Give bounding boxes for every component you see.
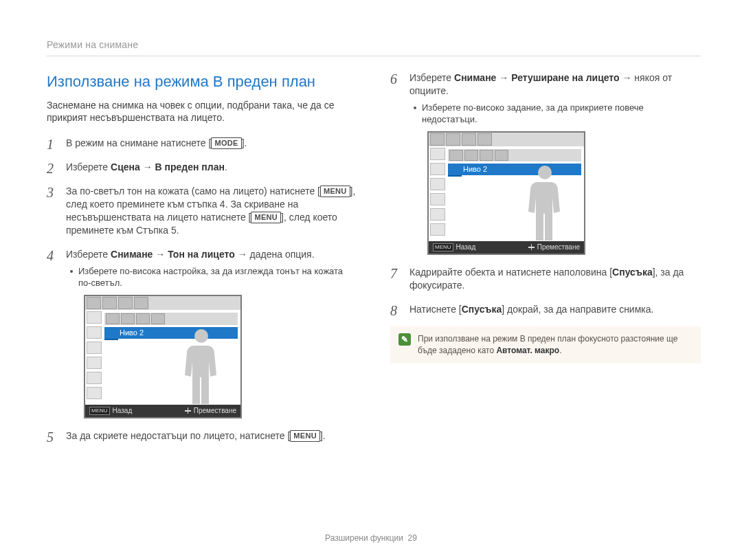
step-text: → дадена опция. bbox=[235, 249, 315, 260]
option-chip bbox=[495, 150, 508, 161]
sub-bullet: Изберете по-висока настройка, за да изгл… bbox=[69, 265, 357, 289]
menu-key-icon: MENU bbox=[433, 243, 453, 251]
dpad-icon bbox=[528, 244, 535, 250]
step-number: 8 bbox=[390, 302, 397, 320]
step-text: Натиснете [ bbox=[409, 304, 462, 315]
side-icon bbox=[430, 193, 445, 205]
side-icon bbox=[430, 163, 445, 175]
step-number: 2 bbox=[47, 159, 54, 178]
steps-right: 6 Изберете Снимане → Ретуширане на лицет… bbox=[390, 71, 701, 316]
emph: Ретуширане на лицето bbox=[511, 72, 619, 83]
step-text: Изберете bbox=[409, 72, 454, 83]
step-text: ] докрай, за да направите снимка. bbox=[502, 304, 653, 315]
emph: Снимане bbox=[454, 72, 496, 83]
lcd-topbar bbox=[429, 133, 584, 146]
step-text: Изберете bbox=[66, 249, 111, 260]
side-icon bbox=[430, 223, 445, 236]
step-text: Кадрирайте обекта и натиснете наполовина… bbox=[409, 267, 612, 278]
right-column: 6 Изберете Снимане → Ретуширане на лицет… bbox=[390, 71, 701, 453]
section-header: Режими на снимане bbox=[47, 38, 701, 56]
emph: Спусъка bbox=[462, 304, 502, 315]
step-text: ]. bbox=[320, 430, 326, 441]
option-chip bbox=[480, 150, 493, 161]
step-text: ]. bbox=[242, 137, 247, 148]
tab-icon bbox=[134, 297, 148, 309]
emph: Автомат. макро bbox=[496, 346, 559, 355]
menu-button-label: MENU bbox=[290, 430, 320, 442]
note-text: . bbox=[559, 346, 561, 355]
tab-icon bbox=[87, 297, 101, 309]
emph: Снимане bbox=[111, 249, 153, 260]
emph: Спусъка bbox=[612, 267, 653, 278]
step-number: 4 bbox=[47, 247, 54, 265]
info-icon: ✎ bbox=[398, 333, 411, 346]
person-silhouette-icon bbox=[177, 324, 225, 406]
side-icon bbox=[430, 178, 445, 190]
info-note: ✎ При използване на режим В преден план … bbox=[390, 326, 701, 363]
side-icon bbox=[430, 208, 445, 221]
dpad-icon bbox=[185, 407, 191, 414]
option-chip bbox=[464, 150, 478, 161]
tab-icon bbox=[462, 133, 476, 146]
step-text: В режим на снимане натиснете [ bbox=[66, 137, 211, 148]
page-footer: Разширени функции 29 bbox=[0, 533, 742, 544]
left-column: Използване на режима В преден план Засне… bbox=[47, 71, 357, 453]
back-label: Назад bbox=[113, 406, 133, 416]
step-number: 7 bbox=[390, 265, 397, 283]
tab-icon bbox=[102, 297, 117, 309]
step-text: За да скриете недостатъци по лицето, нат… bbox=[66, 430, 290, 441]
step-text: Изберете bbox=[66, 161, 111, 172]
step-number: 3 bbox=[47, 183, 54, 202]
step-text: За по-светъл тон на кожата (само на лице… bbox=[66, 186, 320, 197]
option-chip bbox=[136, 313, 150, 324]
step-text: . bbox=[225, 161, 227, 172]
lcd-topbar bbox=[85, 296, 240, 310]
side-icon bbox=[87, 341, 102, 354]
emph: Сцена bbox=[111, 161, 140, 172]
tab-icon bbox=[118, 297, 133, 309]
footer-section: Разширени функции bbox=[325, 533, 403, 543]
emph: В преден план bbox=[155, 161, 225, 172]
emph: Тон на лицето bbox=[168, 249, 235, 260]
option-chip bbox=[151, 313, 165, 324]
move-label: Преместване bbox=[537, 243, 580, 252]
lcd-sidebar bbox=[430, 148, 445, 236]
arrow: → bbox=[153, 249, 168, 260]
lcd-sidebar bbox=[87, 311, 102, 399]
intro-text: Заснемане на снимка на човек с опции, по… bbox=[47, 99, 357, 125]
side-icon bbox=[430, 148, 445, 160]
camera-lcd-preview: Ниво 2 MENUНазад Преместване bbox=[427, 131, 585, 255]
mode-button-label: MODE bbox=[211, 137, 241, 149]
side-icon bbox=[87, 387, 102, 399]
tab-icon bbox=[477, 133, 492, 146]
side-icon bbox=[87, 311, 102, 324]
side-icon bbox=[87, 372, 102, 384]
menu-button-label: MENU bbox=[251, 212, 281, 223]
step-number: 1 bbox=[47, 135, 54, 154]
arrow: → bbox=[140, 161, 155, 172]
step-number: 5 bbox=[47, 428, 54, 447]
arrow: → bbox=[496, 72, 511, 83]
tab-icon bbox=[430, 133, 445, 146]
option-chip bbox=[449, 150, 463, 161]
lcd-bottombar: MENUНазад Преместване bbox=[429, 241, 584, 254]
step-number: 6 bbox=[390, 70, 397, 89]
option-chip bbox=[106, 313, 120, 324]
page-title: Използване на режима В преден план bbox=[47, 71, 357, 92]
sub-bullet: Изберете по-високо задание, за да прикри… bbox=[412, 102, 701, 126]
camera-lcd-preview: Ниво 2 MENUНазад Преместване bbox=[84, 295, 242, 418]
side-icon bbox=[87, 357, 102, 369]
tab-icon bbox=[446, 133, 460, 146]
lcd-bottombar: MENUНазад Преместване bbox=[85, 405, 240, 417]
option-chip bbox=[121, 313, 135, 324]
back-label: Назад bbox=[456, 243, 476, 252]
note-body: При използване на режим В преден план фо… bbox=[418, 333, 693, 357]
person-silhouette-icon bbox=[521, 160, 569, 243]
steps-left: 1 В режим на снимане натиснете [MODE]. 2… bbox=[47, 137, 357, 442]
move-label: Преместване bbox=[194, 406, 236, 416]
menu-key-icon: MENU bbox=[89, 407, 110, 415]
side-icon bbox=[87, 326, 102, 339]
menu-button-label: MENU bbox=[320, 186, 350, 197]
footer-page-number: 29 bbox=[408, 533, 417, 543]
